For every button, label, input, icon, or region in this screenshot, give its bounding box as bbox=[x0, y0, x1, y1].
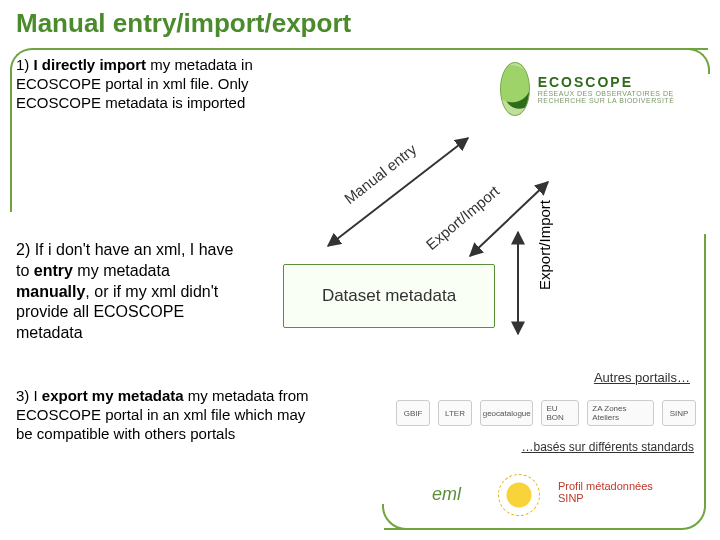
step-3: 3) I export my metadata my metadata from… bbox=[16, 386, 316, 444]
logo-lter: LTER bbox=[438, 400, 472, 426]
step-1: 1) I directly import my metadata in ECOS… bbox=[16, 56, 308, 112]
step2-bold2: manually bbox=[16, 283, 85, 300]
step1-bold: I directly import bbox=[34, 56, 147, 73]
arrow-label-export-import-vertical: Export/Import bbox=[536, 200, 553, 290]
logo-gbif: GBIF bbox=[396, 400, 430, 426]
ecoscope-name: ECOSCOPE bbox=[538, 74, 684, 90]
ecoscope-tagline: RÉSEAUX DES OBSERVATOIRES DE RECHERCHE S… bbox=[538, 90, 684, 105]
slide-title: Manual entry/import/export bbox=[16, 8, 351, 39]
step2-bold1: entry bbox=[34, 262, 73, 279]
dataset-metadata-box: Dataset metadata bbox=[283, 264, 495, 328]
ecoscope-logo: ECOSCOPE RÉSEAUX DES OBSERVATOIRES DE RE… bbox=[500, 58, 684, 120]
portals-title: Autres portails… bbox=[594, 370, 690, 385]
step3-prefix: 3) I bbox=[16, 387, 42, 404]
eml-label: eml bbox=[432, 484, 461, 505]
arrow-label-export-import-diag: Export/Import bbox=[423, 182, 503, 253]
step1-prefix: 1) bbox=[16, 56, 34, 73]
arrow-label-manual-entry: Manual entry bbox=[341, 140, 420, 207]
standards-line: …basés sur différents standards bbox=[521, 440, 694, 454]
step3-bold: export my metadata bbox=[42, 387, 184, 404]
logo-za: ZA Zones Ateliers bbox=[587, 400, 654, 426]
sun-icon bbox=[498, 474, 540, 516]
ecoscope-mark-icon bbox=[500, 62, 530, 116]
logo-sinp: SINP bbox=[662, 400, 696, 426]
logo-eubon: EU BON bbox=[541, 400, 579, 426]
logo-geocatalogue: geocatalogue bbox=[480, 400, 533, 426]
step-2: 2) If i don't have an xml, I have to ent… bbox=[16, 240, 246, 344]
portals-logos-row: GBIF LTER geocatalogue EU BON ZA Zones A… bbox=[396, 392, 696, 434]
profil-sinp: Profil métadonnées SINP bbox=[558, 480, 678, 504]
step2-mid: my metadata bbox=[73, 262, 170, 279]
